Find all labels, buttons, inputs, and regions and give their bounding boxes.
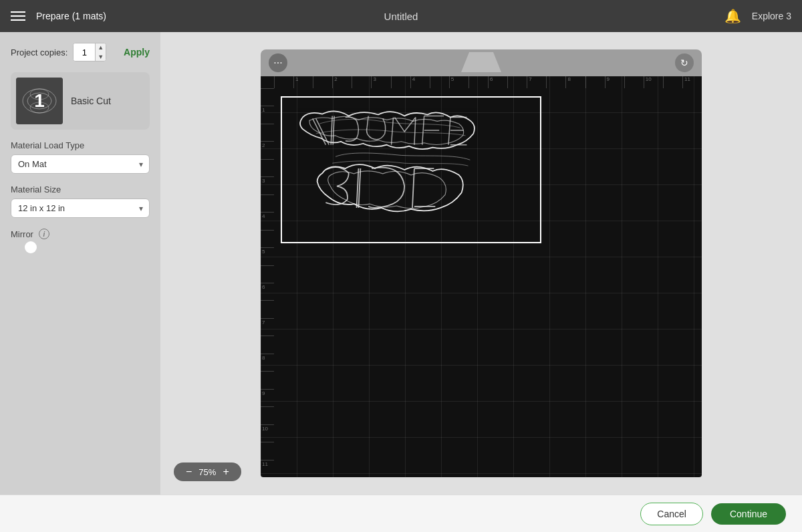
material-load-type-label: Material Load Type: [11, 140, 150, 150]
zoom-level: 75%: [198, 467, 216, 477]
sidebar: Project copies: ▲ ▼ Apply: [0, 32, 160, 495]
cancel-button[interactable]: Cancel: [640, 503, 703, 525]
ruler-tick-v: [261, 230, 274, 247]
design-area[interactable]: [281, 96, 541, 243]
continue-button[interactable]: Continue: [711, 503, 786, 525]
main-layout: Project copies: ▲ ▼ Apply: [0, 32, 802, 495]
material-size-group: Material Size 12 in x 12 in 12 in x 24 i…: [11, 184, 150, 218]
ruler-tick-v: [261, 88, 274, 106]
mat-container: ··· ↻ 1 2 3 4 5: [261, 49, 702, 477]
ruler-left: 1 2 3 4 5 6 7 8 9: [261, 88, 274, 477]
ruler-tick-v: [261, 124, 274, 141]
ruler-tick-v: [261, 300, 274, 317]
mat-header-bar: ··· ↻: [261, 49, 702, 76]
header: Prepare (1 mats) Untitled 🔔 Explore 3: [0, 0, 802, 32]
ruler-tick-v: 7: [261, 318, 274, 336]
ruler-tick: [624, 76, 644, 88]
ruler-tick-v: 8: [261, 354, 274, 371]
ruler-tick: [469, 76, 488, 88]
ruler-tick-v: 4: [261, 212, 274, 229]
copies-input[interactable]: [74, 43, 95, 61]
document-title: Untitled: [384, 11, 418, 22]
ruler-tick-v: [261, 442, 274, 459]
mirror-group: Mirror i: [11, 229, 150, 251]
apply-button[interactable]: Apply: [124, 47, 150, 57]
ruler-tick: 5: [449, 76, 469, 88]
zoom-in-button[interactable]: +: [219, 467, 233, 477]
canvas-area: ··· ↻ 1 2 3 4 5: [160, 32, 802, 495]
ruler-tick: [663, 76, 682, 88]
ruler-tick: [274, 76, 293, 88]
ruler-tick: 1: [293, 76, 313, 88]
material-size-select[interactable]: 12 in x 12 in 12 in x 24 in: [11, 198, 150, 218]
ruler-tick: [546, 76, 565, 88]
ruler-tick-v: [261, 265, 274, 283]
mat-type-label: Basic Cut: [71, 96, 111, 106]
ruler-tick: [391, 76, 410, 88]
design-svg: [282, 98, 540, 242]
footer: Cancel Continue: [0, 495, 802, 532]
ruler-top: 1 2 3 4 5 6 7 8 9: [274, 76, 702, 88]
ruler-tick: 11: [682, 76, 702, 88]
ruler-tick: [352, 76, 371, 88]
mirror-row: Mirror i: [11, 229, 150, 239]
copies-input-wrap: ▲ ▼: [73, 43, 106, 61]
ruler-tick-v: 2: [261, 141, 274, 158]
ruler-tick: [585, 76, 605, 88]
header-right: 🔔 Explore 3: [724, 8, 791, 24]
material-size-label: Material Size: [11, 184, 150, 194]
ruler-tick: 6: [488, 76, 507, 88]
ruler-tick-v: 5: [261, 247, 274, 265]
ruler-tick-v: [261, 371, 274, 388]
ruler-tick: 3: [371, 76, 390, 88]
copies-spinners: ▲ ▼: [95, 43, 106, 61]
ruler-tick: [313, 76, 332, 88]
mirror-label: Mirror: [11, 229, 33, 239]
ruler-tick-v: [261, 336, 274, 353]
ruler-tick: [430, 76, 449, 88]
mat-number: 1: [34, 90, 45, 112]
project-copies-label: Project copies:: [11, 47, 68, 57]
mat-card: 1 Basic Cut: [11, 72, 150, 130]
ruler-tick: 2: [332, 76, 352, 88]
ruler-tick: 7: [527, 76, 546, 88]
mirror-info-icon: i: [39, 229, 49, 239]
mat-refresh-button[interactable]: ↻: [675, 53, 694, 72]
ruler-tick-v: [261, 159, 274, 176]
copies-down-button[interactable]: ▼: [96, 52, 106, 61]
notification-icon[interactable]: 🔔: [724, 8, 741, 24]
menu-icon[interactable]: [11, 11, 25, 21]
ruler-tick-v: [261, 194, 274, 212]
mat-options-button[interactable]: ···: [269, 53, 287, 72]
ruler-tick-v: 11: [261, 460, 274, 477]
material-load-select[interactable]: On Mat Without Mat: [11, 154, 150, 174]
copies-up-button[interactable]: ▲: [96, 43, 106, 52]
ruler-tick: [507, 76, 527, 88]
project-copies-row: Project copies: ▲ ▼ Apply: [11, 43, 150, 61]
ruler-tick-v: 10: [261, 424, 274, 442]
zoom-controls: − 75% +: [174, 462, 241, 481]
ruler-tick: 8: [565, 76, 585, 88]
ruler-tick-v: 6: [261, 283, 274, 300]
ruler-tick-v: 3: [261, 176, 274, 194]
mat-body: 1 2 3 4 5 6 7 8 9: [261, 76, 702, 477]
ruler-tick: 9: [605, 76, 624, 88]
zoom-out-button[interactable]: −: [182, 467, 196, 477]
material-load-select-wrap: On Mat Without Mat ▾: [11, 154, 150, 174]
prepare-title: Prepare (1 mats): [36, 11, 106, 21]
ruler-tick-v: 9: [261, 389, 274, 406]
ruler-tick: 10: [644, 76, 663, 88]
machine-label[interactable]: Explore 3: [752, 11, 791, 21]
mat-thumbnail: 1: [16, 78, 63, 124]
ruler-tick: 4: [410, 76, 430, 88]
material-size-select-wrap: 12 in x 12 in 12 in x 24 in ▾: [11, 198, 150, 218]
ruler-tick-v: [261, 406, 274, 424]
material-load-type-group: Material Load Type On Mat Without Mat ▾: [11, 140, 150, 174]
ruler-tick-v: 1: [261, 106, 274, 123]
